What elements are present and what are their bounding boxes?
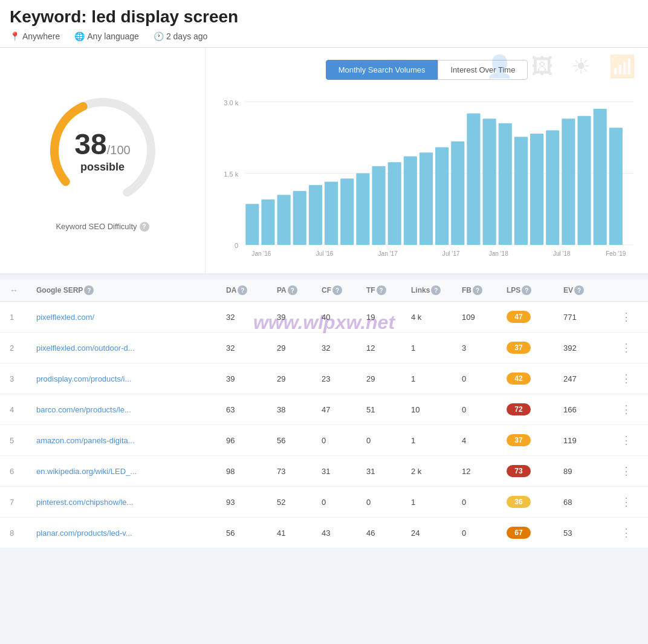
- row-url[interactable]: planar.com/products/led-v...: [36, 529, 224, 538]
- row-lps: 47: [507, 311, 561, 323]
- table-row: 4 barco.com/en/products/le... 63 38 47 5…: [0, 394, 648, 425]
- col-fb: FB ?: [462, 285, 504, 295]
- table-row: 5 amazon.com/panels-digita... 96 56 0 0 …: [0, 425, 648, 456]
- svg-rect-31: [609, 128, 623, 245]
- svg-rect-14: [340, 178, 354, 245]
- da-help-icon[interactable]: ?: [238, 285, 247, 295]
- row-tf: 0: [366, 498, 409, 507]
- meta-date[interactable]: 🕐 2 days ago: [154, 31, 208, 41]
- tf-label: TF: [366, 286, 375, 294]
- row-pa: 29: [277, 343, 319, 353]
- row-cf: 40: [322, 313, 364, 322]
- table-header: ↔ Google SERP ? DA ? PA ? CF ? TF ? Link…: [0, 279, 648, 302]
- cf-help-icon[interactable]: ?: [332, 285, 342, 295]
- row-pa: 29: [277, 374, 319, 383]
- svg-rect-16: [372, 166, 385, 245]
- table-row: 7 pinterest.com/chipshow/le... 93 52 0 0…: [0, 487, 648, 518]
- row-url[interactable]: en.wikipedia.org/wiki/LED_...: [36, 467, 224, 476]
- row-fb: 4: [462, 436, 504, 445]
- svg-rect-20: [435, 148, 449, 246]
- tab-monthly-search[interactable]: Monthly Search Volumes: [326, 60, 438, 80]
- lps-badge: 72: [507, 403, 531, 415]
- row-fb: 0: [462, 529, 504, 538]
- row-pa: 52: [277, 498, 319, 507]
- row-url[interactable]: prodisplay.com/products/i...: [36, 374, 224, 383]
- score-panel: 38/100 possible Keyword SEO Difficulty ?: [0, 48, 206, 273]
- cf-label: CF: [322, 286, 331, 294]
- row-more-button[interactable]: ⋮: [614, 464, 638, 478]
- svg-text:Jan '18: Jan '18: [489, 250, 508, 257]
- row-fb: 109: [462, 313, 504, 322]
- svg-text:Jan '17: Jan '17: [378, 250, 398, 257]
- row-number: 7: [10, 498, 34, 507]
- sun-icon: ☀: [571, 54, 591, 79]
- meta-language[interactable]: 🌐 Any language: [74, 31, 139, 41]
- row-more-button[interactable]: ⋮: [614, 341, 638, 354]
- links-label: Links: [411, 286, 430, 294]
- tf-help-icon[interactable]: ?: [377, 285, 386, 295]
- clock-icon: 🕐: [154, 31, 164, 41]
- lps-badge: 36: [507, 496, 531, 508]
- pa-help-icon[interactable]: ?: [288, 285, 297, 295]
- links-help-icon[interactable]: ?: [431, 285, 441, 295]
- row-url[interactable]: pixelflexled.com/outdoor-d...: [36, 343, 224, 353]
- row-more-button[interactable]: ⋮: [614, 372, 638, 385]
- table-row: 8 planar.com/products/led-v... 56 41 43 …: [0, 518, 648, 548]
- location-label: Anywhere: [22, 31, 60, 41]
- fb-help-icon[interactable]: ?: [473, 285, 482, 295]
- row-lps: 73: [507, 465, 561, 477]
- row-ev: 68: [563, 498, 612, 507]
- lps-badge: 47: [507, 311, 531, 323]
- row-number: 1: [10, 313, 34, 322]
- lps-badge: 37: [507, 434, 531, 446]
- svg-rect-19: [420, 152, 433, 245]
- row-url[interactable]: pixelflexled.com/: [36, 313, 224, 322]
- row-more-button[interactable]: ⋮: [614, 403, 638, 416]
- col-lps: LPS ?: [507, 285, 561, 295]
- col-expand: ↔: [10, 285, 34, 295]
- row-links: 24: [411, 529, 459, 538]
- bar-chart: 3.0 k 1.5 k 0: [220, 92, 633, 261]
- row-number: 4: [10, 405, 34, 414]
- svg-rect-29: [577, 116, 591, 245]
- row-pa: 73: [277, 467, 319, 476]
- meta-location[interactable]: 📍 Anywhere: [10, 31, 60, 41]
- difficulty-help-icon[interactable]: ?: [140, 222, 149, 232]
- row-fb: 0: [462, 374, 504, 383]
- svg-rect-30: [594, 109, 607, 245]
- da-label: DA: [226, 286, 236, 294]
- table-section: ↔ Google SERP ? DA ? PA ? CF ? TF ? Link…: [0, 279, 648, 548]
- svg-text:Jan '16: Jan '16: [251, 250, 271, 257]
- row-links: 2 k: [411, 467, 459, 476]
- svg-rect-24: [499, 123, 512, 245]
- row-url[interactable]: pinterest.com/chipshow/le...: [36, 498, 224, 507]
- row-more-button[interactable]: ⋮: [614, 434, 638, 447]
- lps-badge: 42: [507, 372, 531, 385]
- table-row: 1 pixelflexled.com/ 32 39 40 19 4 k 109 …: [0, 302, 648, 333]
- keyword-prefix: Keyword:: [10, 7, 87, 26]
- lps-help-icon[interactable]: ?: [522, 285, 531, 295]
- col-ev: EV ?: [563, 285, 612, 295]
- row-number: 2: [10, 343, 34, 353]
- row-pa: 41: [277, 529, 319, 538]
- row-tf: 51: [366, 405, 409, 414]
- row-ev: 53: [563, 529, 612, 538]
- serp-help-icon[interactable]: ?: [84, 285, 94, 295]
- row-lps: 37: [507, 434, 561, 446]
- row-url[interactable]: barco.com/en/products/le...: [36, 405, 224, 414]
- expand-arrows-icon: ↔: [10, 285, 18, 295]
- svg-text:Feb '19: Feb '19: [606, 250, 626, 257]
- row-more-button[interactable]: ⋮: [614, 526, 638, 539]
- row-more-button[interactable]: ⋮: [614, 495, 638, 509]
- col-da: DA ?: [226, 285, 274, 295]
- row-number: 6: [10, 467, 34, 476]
- image-icon: 🖼: [531, 54, 553, 79]
- table-row: 6 en.wikipedia.org/wiki/LED_... 98 73 31…: [0, 456, 648, 487]
- top-section: 38/100 possible Keyword SEO Difficulty ?…: [0, 48, 648, 275]
- row-url[interactable]: amazon.com/panels-digita...: [36, 436, 224, 445]
- row-more-button[interactable]: ⋮: [614, 310, 638, 324]
- ev-label: EV: [563, 286, 573, 294]
- row-da: 39: [226, 374, 274, 383]
- ev-help-icon[interactable]: ?: [574, 285, 584, 295]
- row-da: 56: [226, 529, 274, 538]
